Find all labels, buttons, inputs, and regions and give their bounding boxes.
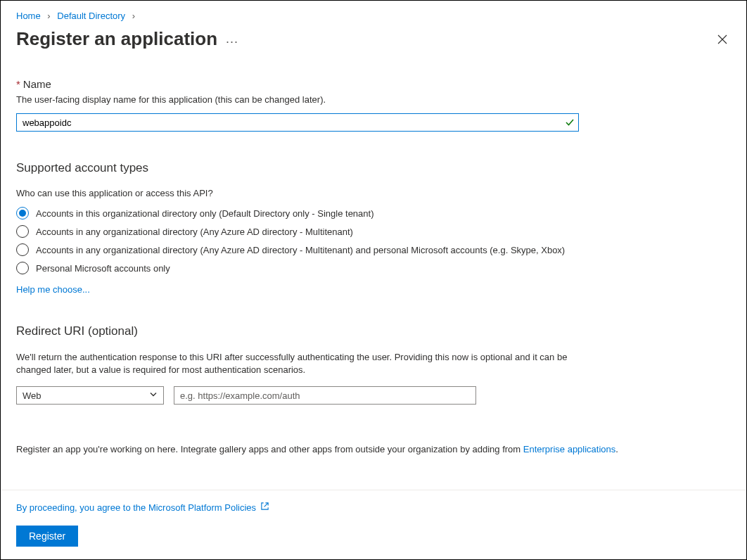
chevron-right-icon: ›	[132, 11, 135, 21]
redirect-uri-heading: Redirect URI (optional)	[16, 324, 731, 338]
checkmark-icon	[565, 117, 575, 127]
platform-select-value: Web	[23, 390, 42, 401]
platform-select[interactable]: Web	[16, 386, 164, 405]
name-input[interactable]	[16, 113, 579, 132]
enterprise-applications-link[interactable]: Enterprise applications	[523, 444, 616, 454]
account-type-multitenant[interactable]: Accounts in any organizational directory…	[16, 225, 731, 238]
redirect-uri-input[interactable]	[174, 386, 476, 405]
radio-icon	[16, 225, 29, 238]
radio-icon	[16, 262, 29, 274]
required-marker: *	[16, 78, 20, 90]
external-link-icon	[260, 502, 269, 513]
close-icon	[717, 34, 727, 44]
more-actions-icon[interactable]: ···	[226, 31, 238, 48]
help-me-choose-link[interactable]: Help me choose...	[16, 284, 90, 295]
page-title: Register an application	[16, 28, 217, 50]
account-type-personal-only[interactable]: Personal Microsoft accounts only	[16, 262, 731, 274]
redirect-uri-description: We'll return the authentication response…	[16, 351, 593, 376]
chevron-down-icon	[149, 390, 158, 401]
breadcrumb-directory[interactable]: Default Directory	[57, 11, 125, 21]
account-type-single-tenant[interactable]: Accounts in this organizational director…	[16, 207, 731, 219]
name-help-text: The user-facing display name for this ap…	[16, 94, 731, 105]
breadcrumb: Home › Default Directory ›	[16, 11, 731, 21]
radio-icon	[16, 243, 29, 256]
chevron-right-icon: ›	[47, 11, 50, 21]
radio-icon	[16, 207, 29, 219]
platform-policies-link[interactable]: By proceeding, you agree to the Microsof…	[16, 502, 256, 513]
register-button[interactable]: Register	[16, 526, 78, 547]
account-types-heading: Supported account types	[16, 161, 731, 175]
name-label: *Name	[16, 78, 731, 90]
account-types-question: Who can use this application or access t…	[16, 188, 731, 198]
register-note: Register an app you're working on here. …	[16, 444, 731, 454]
account-type-multitenant-personal[interactable]: Accounts in any organizational directory…	[16, 243, 731, 256]
footer-divider	[1, 490, 746, 490]
close-button[interactable]	[714, 31, 731, 48]
breadcrumb-home[interactable]: Home	[16, 11, 41, 21]
